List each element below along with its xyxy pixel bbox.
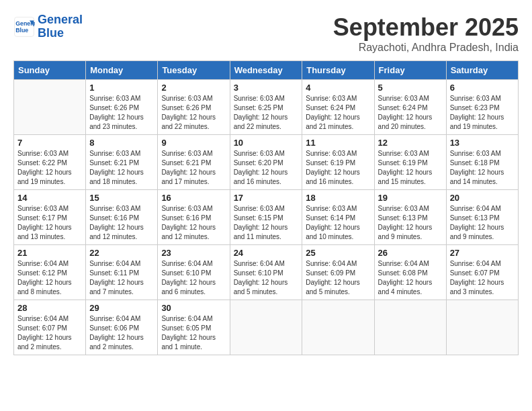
day-info: Sunrise: 6:03 AM Sunset: 6:19 PM Dayligh…: [378, 149, 443, 187]
day-info: Sunrise: 6:04 AM Sunset: 6:09 PM Dayligh…: [306, 259, 370, 297]
calendar-cell: 12Sunrise: 6:03 AM Sunset: 6:19 PM Dayli…: [374, 135, 446, 190]
calendar-cell: 26Sunrise: 6:04 AM Sunset: 6:08 PM Dayli…: [374, 245, 446, 300]
day-number: 22: [89, 248, 154, 258]
calendar-week-3: 14Sunrise: 6:03 AM Sunset: 6:17 PM Dayli…: [14, 190, 519, 245]
day-number: 24: [234, 248, 299, 258]
day-info: Sunrise: 6:03 AM Sunset: 6:22 PM Dayligh…: [17, 149, 82, 187]
calendar-cell: [230, 300, 302, 355]
calendar-cell: 29Sunrise: 6:04 AM Sunset: 6:06 PM Dayli…: [86, 300, 158, 355]
day-info: Sunrise: 6:03 AM Sunset: 6:18 PM Dayligh…: [450, 149, 515, 187]
calendar-cell: 17Sunrise: 6:03 AM Sunset: 6:15 PM Dayli…: [230, 190, 302, 245]
day-info: Sunrise: 6:03 AM Sunset: 6:16 PM Dayligh…: [89, 204, 154, 242]
calendar-cell: 30Sunrise: 6:04 AM Sunset: 6:05 PM Dayli…: [158, 300, 230, 355]
day-info: Sunrise: 6:04 AM Sunset: 6:11 PM Dayligh…: [89, 259, 154, 297]
calendar-cell: [302, 300, 374, 355]
day-info: Sunrise: 6:04 AM Sunset: 6:08 PM Dayligh…: [378, 259, 443, 297]
day-number: 29: [89, 303, 154, 313]
location-title: Rayachoti, Andhra Pradesh, India: [333, 42, 519, 54]
day-number: 28: [17, 303, 82, 313]
calendar-cell: 4Sunrise: 6:03 AM Sunset: 6:24 PM Daylig…: [302, 80, 374, 135]
day-number: 8: [89, 138, 154, 148]
calendar-week-1: 1Sunrise: 6:03 AM Sunset: 6:26 PM Daylig…: [14, 80, 519, 135]
day-info: Sunrise: 6:04 AM Sunset: 6:07 PM Dayligh…: [17, 314, 82, 352]
day-number: 27: [450, 248, 515, 258]
calendar-cell: 13Sunrise: 6:03 AM Sunset: 6:18 PM Dayli…: [446, 135, 518, 190]
calendar-table: SundayMondayTuesdayWednesdayThursdayFrid…: [13, 60, 519, 355]
day-number: 6: [450, 83, 515, 93]
day-number: 15: [89, 193, 154, 203]
calendar-cell: 1Sunrise: 6:03 AM Sunset: 6:26 PM Daylig…: [86, 80, 158, 135]
calendar-week-4: 21Sunrise: 6:04 AM Sunset: 6:12 PM Dayli…: [14, 245, 519, 300]
weekday-header-saturday: Saturday: [446, 61, 518, 80]
calendar-cell: 11Sunrise: 6:03 AM Sunset: 6:19 PM Dayli…: [302, 135, 374, 190]
day-number: 7: [17, 138, 82, 148]
day-info: Sunrise: 6:03 AM Sunset: 6:19 PM Dayligh…: [306, 149, 370, 187]
day-number: 25: [306, 248, 370, 258]
day-number: 18: [306, 193, 370, 203]
day-number: 5: [378, 83, 443, 93]
day-number: 30: [161, 303, 226, 313]
day-number: 3: [234, 83, 299, 93]
calendar-cell: [374, 300, 446, 355]
day-number: 13: [450, 138, 515, 148]
day-info: Sunrise: 6:04 AM Sunset: 6:13 PM Dayligh…: [450, 204, 515, 242]
calendar-week-2: 7Sunrise: 6:03 AM Sunset: 6:22 PM Daylig…: [14, 135, 519, 190]
day-info: Sunrise: 6:03 AM Sunset: 6:16 PM Dayligh…: [161, 204, 226, 242]
day-info: Sunrise: 6:03 AM Sunset: 6:15 PM Dayligh…: [234, 204, 299, 242]
calendar-cell: 18Sunrise: 6:03 AM Sunset: 6:14 PM Dayli…: [302, 190, 374, 245]
calendar-cell: 27Sunrise: 6:04 AM Sunset: 6:07 PM Dayli…: [446, 245, 518, 300]
calendar-cell: 19Sunrise: 6:03 AM Sunset: 6:13 PM Dayli…: [374, 190, 446, 245]
logo-text: General Blue: [38, 13, 83, 40]
calendar-cell: 20Sunrise: 6:04 AM Sunset: 6:13 PM Dayli…: [446, 190, 518, 245]
day-info: Sunrise: 6:03 AM Sunset: 6:26 PM Dayligh…: [89, 94, 154, 132]
day-info: Sunrise: 6:03 AM Sunset: 6:25 PM Dayligh…: [234, 94, 299, 132]
calendar-cell: 2Sunrise: 6:03 AM Sunset: 6:26 PM Daylig…: [158, 80, 230, 135]
day-number: 2: [161, 83, 226, 93]
day-number: 26: [378, 248, 443, 258]
calendar-cell: 9Sunrise: 6:03 AM Sunset: 6:21 PM Daylig…: [158, 135, 230, 190]
weekday-header-friday: Friday: [374, 61, 446, 80]
day-info: Sunrise: 6:03 AM Sunset: 6:17 PM Dayligh…: [17, 204, 82, 242]
day-info: Sunrise: 6:03 AM Sunset: 6:21 PM Dayligh…: [161, 149, 226, 187]
calendar-cell: 23Sunrise: 6:04 AM Sunset: 6:10 PM Dayli…: [158, 245, 230, 300]
day-number: 17: [234, 193, 299, 203]
day-info: Sunrise: 6:03 AM Sunset: 6:21 PM Dayligh…: [89, 149, 154, 187]
calendar-cell: 7Sunrise: 6:03 AM Sunset: 6:22 PM Daylig…: [14, 135, 86, 190]
calendar-cell: [446, 300, 518, 355]
day-info: Sunrise: 6:04 AM Sunset: 6:06 PM Dayligh…: [89, 314, 154, 352]
day-number: 1: [89, 83, 154, 93]
month-title: September 2025: [333, 13, 519, 42]
day-info: Sunrise: 6:03 AM Sunset: 6:23 PM Dayligh…: [450, 94, 515, 132]
day-number: 20: [450, 193, 515, 203]
day-info: Sunrise: 6:03 AM Sunset: 6:20 PM Dayligh…: [234, 149, 299, 187]
calendar-week-5: 28Sunrise: 6:04 AM Sunset: 6:07 PM Dayli…: [14, 300, 519, 355]
calendar-cell: 15Sunrise: 6:03 AM Sunset: 6:16 PM Dayli…: [86, 190, 158, 245]
day-number: 16: [161, 193, 226, 203]
weekday-header-thursday: Thursday: [302, 61, 374, 80]
day-number: 9: [161, 138, 226, 148]
title-area: September 2025 Rayachoti, Andhra Pradesh…: [333, 13, 519, 54]
day-number: 19: [378, 193, 443, 203]
calendar-cell: [14, 80, 86, 135]
calendar-cell: 8Sunrise: 6:03 AM Sunset: 6:21 PM Daylig…: [86, 135, 158, 190]
day-number: 12: [378, 138, 443, 148]
header-area: General Blue General Blue September 2025…: [13, 13, 519, 54]
calendar-cell: 28Sunrise: 6:04 AM Sunset: 6:07 PM Dayli…: [14, 300, 86, 355]
calendar-cell: 14Sunrise: 6:03 AM Sunset: 6:17 PM Dayli…: [14, 190, 86, 245]
day-info: Sunrise: 6:04 AM Sunset: 6:10 PM Dayligh…: [234, 259, 299, 297]
weekday-header-tuesday: Tuesday: [158, 61, 230, 80]
logo-icon: General Blue: [13, 16, 35, 38]
day-info: Sunrise: 6:04 AM Sunset: 6:10 PM Dayligh…: [161, 259, 226, 297]
svg-text:Blue: Blue: [15, 27, 28, 34]
day-number: 10: [234, 138, 299, 148]
day-number: 21: [17, 248, 82, 258]
calendar-cell: 25Sunrise: 6:04 AM Sunset: 6:09 PM Dayli…: [302, 245, 374, 300]
day-info: Sunrise: 6:03 AM Sunset: 6:13 PM Dayligh…: [378, 204, 443, 242]
logo: General Blue General Blue: [13, 13, 83, 40]
calendar-cell: 6Sunrise: 6:03 AM Sunset: 6:23 PM Daylig…: [446, 80, 518, 135]
calendar-cell: 22Sunrise: 6:04 AM Sunset: 6:11 PM Dayli…: [86, 245, 158, 300]
day-info: Sunrise: 6:03 AM Sunset: 6:24 PM Dayligh…: [306, 94, 370, 132]
weekday-header-monday: Monday: [86, 61, 158, 80]
calendar-cell: 10Sunrise: 6:03 AM Sunset: 6:20 PM Dayli…: [230, 135, 302, 190]
calendar-cell: 21Sunrise: 6:04 AM Sunset: 6:12 PM Dayli…: [14, 245, 86, 300]
